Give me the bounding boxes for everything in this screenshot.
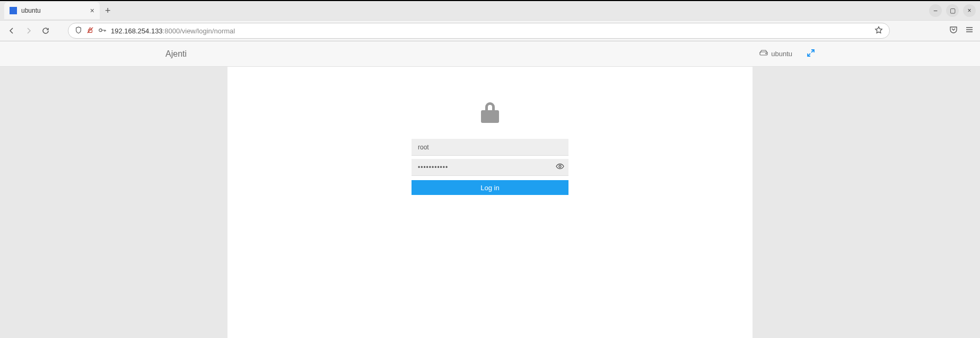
minimize-button[interactable]: – — [929, 4, 942, 17]
content-panel: Log in — [228, 67, 752, 338]
login-form: Log in — [412, 101, 568, 195]
close-window-button[interactable]: × — [963, 4, 976, 17]
insecure-lock-icon — [86, 26, 94, 35]
svg-point-9 — [559, 165, 561, 167]
url-text: 192.168.254.133:8000/view/login/normal — [111, 27, 870, 35]
hostname-indicator[interactable]: ubuntu — [759, 50, 792, 58]
tab-title: ubuntu — [21, 7, 86, 14]
username-input[interactable] — [412, 139, 568, 156]
hamburger-menu-icon[interactable] — [965, 25, 974, 36]
login-button[interactable]: Log in — [412, 180, 568, 195]
browser-tab[interactable]: ubuntu × — [4, 2, 100, 19]
reload-button[interactable] — [40, 25, 51, 36]
url-path: :8000/view/login/normal — [163, 27, 235, 35]
close-tab-icon[interactable]: × — [90, 6, 94, 15]
new-tab-button[interactable]: + — [105, 5, 111, 16]
svg-point-2 — [99, 29, 102, 31]
eye-icon[interactable] — [556, 162, 564, 173]
url-bar[interactable]: 192.168.254.133:8000/view/login/normal — [68, 23, 890, 39]
back-button[interactable] — [6, 25, 17, 36]
svg-rect-8 — [481, 110, 499, 123]
browser-toolbar: 192.168.254.133:8000/view/login/normal — [0, 20, 980, 41]
svg-point-7 — [766, 53, 766, 54]
hostname-text: ubuntu — [771, 50, 792, 58]
key-icon — [98, 26, 107, 35]
disk-icon — [759, 50, 768, 58]
content-wrap: Log in — [0, 67, 980, 338]
forward-button[interactable] — [23, 25, 34, 36]
shield-icon — [75, 26, 82, 35]
url-host: 192.168.254.133 — [111, 27, 163, 35]
lock-icon — [479, 101, 501, 127]
app-header: Ajenti ubuntu — [0, 41, 980, 67]
password-input[interactable] — [412, 159, 568, 176]
app-brand: Ajenti — [165, 49, 187, 59]
bookmark-star-icon[interactable] — [874, 26, 883, 36]
expand-icon[interactable] — [807, 49, 815, 58]
pocket-icon[interactable] — [949, 25, 958, 36]
browser-chrome: ubuntu × + – ▢ × — [0, 0, 980, 41]
window-controls: – ▢ × — [929, 4, 976, 17]
maximize-button[interactable]: ▢ — [946, 4, 959, 17]
tabstrip: ubuntu × + – ▢ × — [0, 1, 980, 20]
app-header-right: ubuntu — [759, 49, 815, 58]
toolbar-right — [949, 25, 974, 36]
favicon-icon — [10, 7, 17, 14]
